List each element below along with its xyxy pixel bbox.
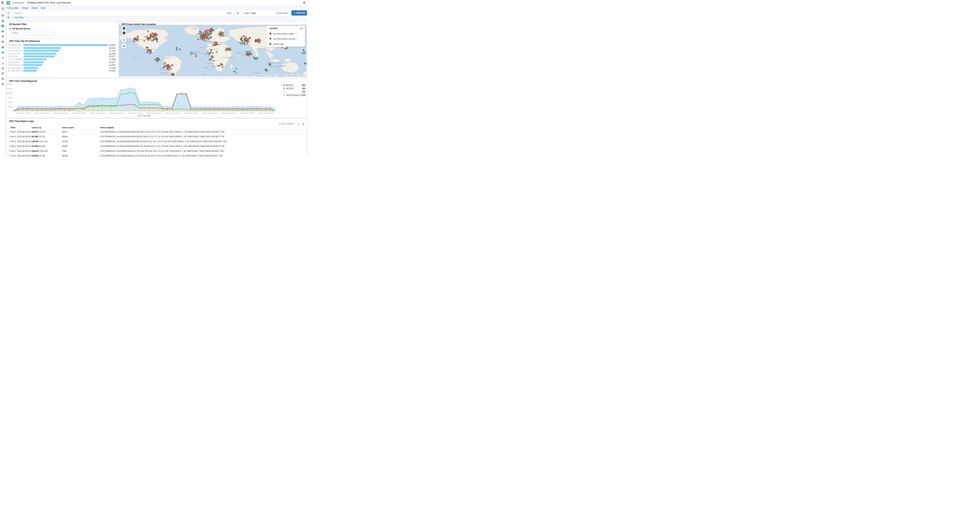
svg-text:SURINAME: SURINAME [162,57,170,59]
layer-row-vpc-flow-action-accept[interactable]: vpc flow action accept◷ [267,36,305,41]
sidebar-item-visualize[interactable] [1,19,5,23]
legend-toggle-icon[interactable] [280,84,283,86]
sidebar-item-maps[interactable] [1,35,5,39]
top-nav: D Dashboard / [Filebeat AWS] VPC Flow Lo… [0,0,307,6]
menu-link-edit[interactable]: Edit [41,7,45,10]
space-badge[interactable]: D [6,1,10,5]
table-row[interactable]: Feb 3, 2020 @ 08:26:14.000159.203.161.14… [7,139,307,144]
kibana-logo-icon[interactable] [2,1,5,4]
breadcrumb-dashboard[interactable]: Dashboard [13,2,24,4]
menu-link-share[interactable]: Share [22,7,28,10]
sidebar-item-management[interactable] [1,82,5,86]
ip-bar[interactable] [24,64,42,66]
sidebar-item-machine-learning[interactable] [1,40,5,44]
collapse-menu-icon[interactable] [1,152,4,156]
next-page-button[interactable] [301,122,305,126]
ip-bar[interactable] [24,47,60,49]
ip-bar[interactable] [24,53,57,55]
sidebar-item-stack-monitoring[interactable] [1,77,5,81]
sidebar-item-metrics[interactable] [1,45,5,49]
ip-value: 64,501 [109,44,116,46]
table-row[interactable]: Feb 3, 2020 @ 08:26:14.000185.175.93.784… [7,130,307,134]
sidebar-item-canvas[interactable] [1,29,5,33]
map-attribution[interactable]: Elastic Maps Service, MapTiler, OpenMapT… [255,75,306,77]
table-row[interactable]: Feb 3, 2020 @ 08:25:25.000194.26.29.1304… [7,154,307,157]
set-view-button[interactable] [121,38,126,42]
sidebar-item-siem[interactable] [1,66,5,70]
panel-title: VPC Flow Top IP Addresses [9,40,40,43]
expand-row-icon[interactable] [8,150,10,152]
total-requests-chart[interactable]: 02,5005,0007,50010,00012,50015,0002020-0… [7,78,307,117]
ip-bar[interactable] [24,70,37,72]
show-dates-button[interactable]: Show dates [275,12,290,14]
time-range-value[interactable]: Last 7 days [242,12,256,14]
svg-text:2020-01-27 12:00: 2020-01-27 12:00 [16,112,30,114]
expand-row-icon[interactable] [8,145,10,147]
ip-value: 10,244 [109,70,116,72]
s3-bucket-select[interactable]: Select... [10,30,57,36]
legend-row-total-requests[interactable]: Total Requests1,226 [283,93,305,97]
legend-row--[interactable]: -110 [283,90,305,94]
settings-icon[interactable] [302,1,306,4]
sidebar-item-discover[interactable] [1,13,5,17]
zoom-out-button[interactable] [121,30,126,35]
zoom-in-button[interactable] [121,26,126,30]
legend-value: 110 [302,90,305,93]
ip-bar[interactable] [24,44,108,46]
sidebar-item-dashboard[interactable] [1,24,5,28]
sidebar-item-logs[interactable] [1,50,5,55]
ip-value: 14,257 [109,64,116,66]
layer-row-Road-map[interactable]: Road map [267,41,305,47]
logs-icon [1,51,4,54]
layer-label: Road map [273,43,283,45]
filter-options-gear-icon[interactable] [7,16,10,19]
sidebar-item-dev-tools[interactable] [1,71,5,76]
sidebar-item-apm[interactable] [1,56,5,60]
svg-text:12,500: 12,500 [7,87,12,89]
svg-text:TOKELAU: TOKELAU [279,65,286,67]
menu-link-full-screen[interactable]: Full screen [7,7,19,10]
siem-icon [1,67,4,70]
svg-text:10,000: 10,000 [7,92,12,94]
cell-source-ip: 141.98.80.204 [32,145,45,147]
calendar-button[interactable] [235,10,242,16]
ip-bar[interactable] [24,61,43,63]
table-row[interactable]: Feb 3, 2020 @ 08:26:14.00045.148.10.1155… [7,134,307,139]
ip-bar[interactable] [24,56,55,57]
ip-bar-row: 94.102.53.1064,501 [7,44,119,47]
svg-text:CHAD: CHAD [201,53,205,54]
prev-page-button[interactable] [297,122,301,126]
search-input[interactable] [13,12,227,14]
saved-query-button[interactable]: # [6,10,13,16]
warning-icon: ⚠ [10,27,11,30]
expand-row-icon[interactable] [8,135,10,138]
svg-text:2020-01-30 12:00: 2020-01-30 12:00 [127,112,142,114]
add-filter-link[interactable]: + Add filter [13,16,24,19]
menu-link-clone[interactable]: Clone [32,7,38,10]
panel-top-ip-addresses: VPC Flow Top IP Addresses 94.102.53.1064… [6,38,119,78]
refresh-button[interactable]: Refresh [291,10,307,16]
column-source-ip[interactable]: source.ip [32,126,41,129]
legend-row-reject[interactable]: REJECT863 [283,83,305,87]
layer-row-vpc-flow-action-reject[interactable]: vpc flow action reject◷ [267,31,305,36]
legend-row-accept[interactable]: ACCEPT253 [283,87,305,90]
panel-reject-logs: VPC Flow Reject Logs 1–50 of 434177 Time… [6,118,307,157]
svg-text:7,500: 7,500 [8,97,12,99]
column-source-port[interactable]: source.port [62,126,74,129]
sidebar-item-recently-viewed[interactable] [1,7,5,11]
collapse-layers-icon[interactable] [300,27,303,30]
column-event-original[interactable]: event.original [100,126,114,129]
expand-row-icon[interactable] [8,140,10,143]
ip-bar[interactable] [24,50,59,52]
table-row[interactable]: Feb 3, 2020 @ 08:25:25.000183.129.160.22… [7,149,307,154]
sidebar-item-uptime[interactable] [1,61,5,65]
ip-bar[interactable] [24,67,38,69]
ip-label: 159.203.161.141 [8,64,24,66]
expand-row-icon[interactable] [8,155,10,157]
ip-bar[interactable] [24,59,47,60]
ip-label: 172.31.6.19 [8,52,19,55]
expand-row-icon[interactable] [8,131,10,133]
table-row[interactable]: Feb 3, 2020 @ 08:26:14.000141.98.80.2044… [7,144,307,149]
kql-toggle[interactable]: KQL [227,12,234,14]
tools-wrench-button[interactable] [121,44,126,48]
